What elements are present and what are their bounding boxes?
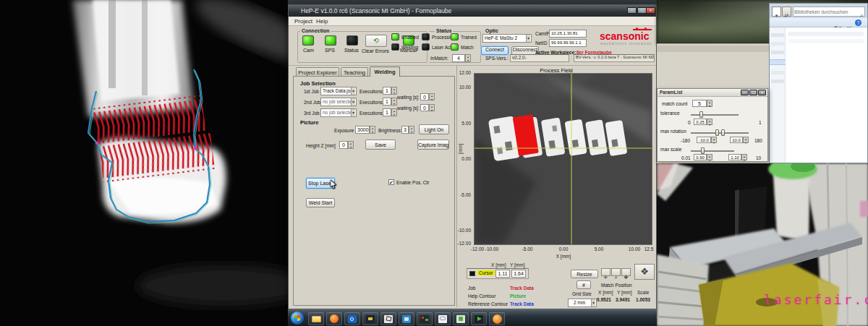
center-view-button[interactable]	[634, 264, 655, 280]
exposure-spinner[interactable]	[370, 126, 375, 134]
taskbar-dev-tool-icon[interactable]	[362, 312, 378, 325]
rotation-slider-thumb-low[interactable]	[715, 129, 719, 136]
scale-min: 0.01	[681, 155, 691, 160]
graph-zoom-tool-icon[interactable]	[611, 268, 621, 276]
connect-button[interactable]: Connect	[481, 46, 509, 55]
resize-button[interactable]: Resize	[571, 270, 598, 278]
help-contour-value: Picture	[510, 293, 526, 299]
title-bar[interactable]: HeP-E v1.0.0 rc6 (Scansonic MI GmbH) - F…	[289, 5, 656, 17]
search-box[interactable]	[793, 7, 865, 17]
clear-errors-button[interactable]	[365, 35, 387, 47]
waiting1-field[interactable]: 0	[420, 93, 429, 100]
tab-welding[interactable]: Welding	[370, 67, 400, 77]
taskbar-notes-icon[interactable]	[453, 312, 469, 325]
job2-exec-spinner[interactable]	[391, 98, 397, 106]
inmatch-spinner[interactable]	[465, 54, 471, 62]
height-z-spinner[interactable]	[348, 141, 354, 149]
net-id-field[interactable]: 99.99.99.99.1.1	[549, 39, 587, 47]
taskbar-explorer-icon[interactable]	[308, 312, 324, 325]
taskbar-firefox-icon[interactable]	[326, 312, 342, 325]
setup-photo: laserfair.com	[657, 163, 868, 326]
explorer-nav-pane[interactable]	[770, 27, 786, 163]
rotation-slider-thumb-high[interactable]	[721, 129, 725, 136]
refresh-icon[interactable]	[782, 7, 791, 17]
explorer-list-row2[interactable]	[788, 39, 864, 43]
job1-exec-field[interactable]: 1	[383, 87, 391, 95]
rotation-slider-track[interactable]	[691, 132, 749, 134]
job3-dropdown[interactable]: no job selected	[320, 108, 357, 117]
height-z-field[interactable]: 0	[339, 141, 348, 149]
brightness-spinner[interactable]	[409, 126, 414, 134]
scale-low-spinner[interactable]	[707, 154, 712, 160]
taskbar-messenger-icon[interactable]	[435, 312, 451, 325]
process-field-plot[interactable]	[474, 73, 652, 245]
close-button[interactable]: ×	[646, 7, 655, 14]
taskbar-office-icon[interactable]	[489, 312, 505, 325]
tolerance-slider-track[interactable]	[691, 114, 739, 116]
job3-exec-field[interactable]: 1	[383, 108, 391, 116]
tolerance-slider-thumb[interactable]	[699, 111, 703, 118]
taskbar-comms-icon[interactable]	[399, 312, 414, 325]
explorer-list-row[interactable]	[788, 32, 864, 36]
enable-pos-checkbox[interactable]	[388, 179, 394, 185]
grid-size-value: 2 mm	[574, 300, 585, 305]
y-tick-4: -5.00	[460, 192, 471, 197]
grid-toggle-button[interactable]: #	[576, 280, 591, 289]
waiting2-field[interactable]: 0	[420, 104, 429, 111]
job2-exec-field[interactable]: 1	[383, 98, 391, 106]
inmatch-field[interactable]: 4	[452, 54, 465, 62]
rotation-high-spinner[interactable]	[743, 137, 749, 143]
waiting2-spinner[interactable]	[429, 104, 435, 111]
minimize-button[interactable]: –	[627, 7, 637, 14]
rotation-low-field[interactable]: -10.0	[697, 137, 711, 143]
match-y-value: 3.9491	[616, 297, 630, 302]
light-on-button[interactable]: Light On	[419, 124, 449, 134]
scale-high-spinner[interactable]	[741, 154, 747, 160]
weld-start-button[interactable]: Weld Start	[306, 198, 335, 207]
optic-device-dropdown[interactable]: HeP-E MaStu 2	[482, 34, 532, 43]
graph-cursor-tool-icon[interactable]	[601, 268, 610, 276]
match-count-spinner[interactable]	[707, 100, 712, 107]
grid-size-dropdown[interactable]: 2 mm	[568, 299, 597, 307]
tolerance-spinner[interactable]	[707, 119, 712, 125]
taskbar-media-player-icon[interactable]	[471, 312, 487, 325]
graph-pan-tool-icon[interactable]	[621, 268, 631, 276]
cam-ip-field[interactable]: 10.25.1.30.81	[549, 30, 587, 38]
scale-low-field[interactable]: 0.90	[694, 154, 707, 160]
taskbar-sketch-tool-icon[interactable]	[380, 312, 396, 325]
cursor-label[interactable]: Cursor	[477, 270, 495, 275]
start-button[interactable]	[291, 312, 304, 325]
param-close-button[interactable]: ×	[758, 90, 766, 95]
y-axis-unit: [mm]	[458, 144, 463, 154]
bv-version-value: BV-Vers.: v. 0.2.0-beta T - Scansonic MI…	[574, 54, 655, 62]
rotation-high-field[interactable]: 10.0	[730, 137, 743, 143]
explorer-selected-item[interactable]	[770, 59, 786, 65]
explorer-help-icon[interactable]	[855, 20, 861, 26]
brightness-field[interactable]: 3	[401, 126, 409, 134]
menu-help[interactable]: Help	[313, 18, 331, 25]
job3-exec-spinner[interactable]	[391, 108, 397, 116]
taskbar-terminal-icon[interactable]	[417, 312, 433, 325]
scale-slider-track[interactable]	[691, 150, 734, 152]
brand-name: scansonic	[600, 30, 649, 42]
menu-project[interactable]: Project	[292, 18, 315, 25]
match-count-field[interactable]: 5	[692, 100, 707, 107]
search-input[interactable]	[794, 8, 856, 15]
job1-exec-spinner[interactable]	[391, 87, 397, 95]
param-minimize-button[interactable]: –	[741, 90, 749, 95]
taskbar-outlook-icon[interactable]	[344, 312, 360, 325]
save-button[interactable]: Save	[365, 140, 396, 150]
job2-dropdown[interactable]: no job selected	[320, 98, 357, 106]
capture-image-button[interactable]: Capture Image	[417, 140, 449, 150]
rotation-low-spinner[interactable]	[711, 137, 717, 143]
param-maximize-button[interactable]: □	[749, 90, 757, 95]
job1-dropdown[interactable]: Track Data.job	[320, 87, 357, 95]
scale-high-field[interactable]: 1.10	[728, 154, 741, 160]
param-dialog-titlebar[interactable]: ParamList – □ ×	[658, 89, 767, 97]
exposure-field[interactable]: 3000	[355, 126, 370, 134]
address-dropdown-icon[interactable]	[772, 7, 781, 17]
waiting1-spinner[interactable]	[429, 93, 435, 100]
job-legend-label: Job	[468, 286, 475, 291]
tolerance-field[interactable]: 0.25	[694, 119, 707, 125]
scale-slider-thumb[interactable]	[701, 147, 705, 154]
